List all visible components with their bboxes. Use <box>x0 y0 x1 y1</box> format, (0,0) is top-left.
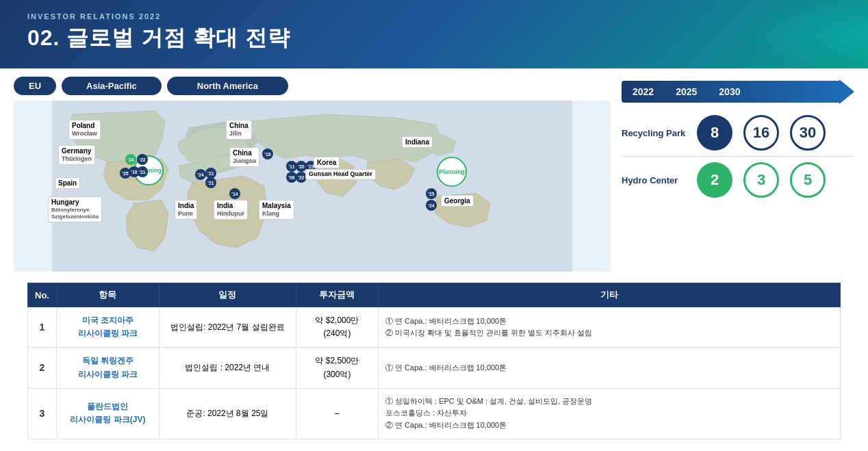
row1-schedule: 법인설립: 2022년 7월 설립완료 <box>159 307 296 348</box>
map-section: EU Asia-Pacific North America <box>14 77 611 272</box>
table-row: 3 폴란드법인 리사이클링 파크(JV) 준공: 2022년 8월 25일 – … <box>28 388 841 439</box>
row1-no: 1 <box>28 307 57 348</box>
hydro-center-circles: 2 3 5 <box>697 162 826 198</box>
hydro-center-v2: 3 <box>743 162 779 198</box>
hydro-center-row: Hydro Center 2 3 5 <box>622 162 854 203</box>
year-2030: 2030 <box>719 86 740 97</box>
recycling-park-label: Recycling Park <box>622 128 697 138</box>
row1-item: 미국 조지아주 리사이클링 파크 <box>56 307 159 348</box>
region-tabs: EU Asia-Pacific North America <box>14 77 611 95</box>
row1-investment: 약 $2,000만 (240억) <box>296 307 378 348</box>
pin-18-asia: '18 <box>262 149 273 159</box>
table-wrapper: No. 항목 일정 투자금액 기타 1 미국 조지아주 리사이클링 파크 법인설… <box>0 283 868 439</box>
data-table: No. 항목 일정 투자금액 기타 1 미국 조지아주 리사이클링 파크 법인설… <box>27 283 841 439</box>
indiana-label: Indiana <box>402 136 433 148</box>
tab-north-america[interactable]: North America <box>167 77 288 95</box>
col-no: No. <box>28 283 57 307</box>
china-jilin-label: China Jilin <box>226 120 252 140</box>
recycling-park-v3: 30 <box>790 115 826 151</box>
malaysia-label: Malaysia Klang <box>259 200 294 220</box>
pin-24-na: '24 <box>426 200 437 211</box>
col-notes: 기타 <box>378 283 840 307</box>
gunsan-label: Gunsan Head Quarter <box>305 169 376 180</box>
year-arrow: 2022 2025 2030 <box>622 79 854 104</box>
poland-label: Poland Wrocław <box>68 120 101 140</box>
pin-24-asia: '24 <box>195 169 206 180</box>
georgia-label: Georgia <box>441 195 474 207</box>
row1-notes: ① 연 Capa.: 배터리스크랩 10,000톤 ② 미국시장 확대 및 효율… <box>378 307 840 348</box>
hydro-center-v3: 5 <box>790 162 826 198</box>
row3-investment: – <box>296 388 378 439</box>
pin-21-india2: '21 <box>205 168 216 179</box>
india-hindupur-label: India Hindupur <box>214 200 248 220</box>
world-map: Planning Poland Wrocław Germany Thüringe… <box>14 101 611 272</box>
spain-label: Spain <box>55 177 80 189</box>
na-planning-badge: Planning <box>437 157 467 187</box>
tab-eu[interactable]: EU <box>14 77 56 95</box>
pin-24-eu: '24 <box>125 154 136 165</box>
pin-21-india: '21 <box>205 177 216 188</box>
recycling-park-circles: 8 16 30 <box>697 115 826 151</box>
pin-25-na: '25 <box>426 188 437 199</box>
germany-label: Germany Thüringen <box>58 145 95 165</box>
table-row: 2 독일 튀링겐주 리사이클링 파크 법인설립 : 2022년 연내 약 $2,… <box>28 348 841 388</box>
map-overlay: Planning Poland Wrocław Germany Thüringe… <box>14 101 611 272</box>
header-sub-title: INVESTOR RELATIONS 2022 <box>27 12 841 21</box>
year-arrow-tip <box>839 79 854 104</box>
pin-21-eu: '21 <box>137 166 148 177</box>
hydro-center-label: Hydro Center <box>622 175 697 185</box>
row3-schedule: 준공: 2022년 8월 25일 <box>159 388 296 439</box>
col-investment: 투자금액 <box>296 283 378 307</box>
row3-no: 3 <box>28 388 57 439</box>
table-row: 1 미국 조지아주 리사이클링 파크 법인설립: 2022년 7월 설립완료 약… <box>28 307 841 348</box>
header: INVESTOR RELATIONS 2022 02. 글로벌 거점 확대 전략 <box>0 0 868 68</box>
col-schedule: 일정 <box>159 283 296 307</box>
year-2022: 2022 <box>633 86 654 97</box>
row2-item: 독일 튀링겐주 리사이클링 파크 <box>56 348 159 388</box>
recycling-park-row: Recycling Park 8 16 30 <box>622 115 854 157</box>
hydro-center-v1: 2 <box>697 162 732 198</box>
row3-item: 폴란드법인 리사이클링 파크(JV) <box>56 388 159 439</box>
row2-no: 2 <box>28 348 57 388</box>
year-arrow-bg: 2022 2025 2030 <box>622 81 839 103</box>
table-header-row: No. 항목 일정 투자금액 기타 <box>28 283 841 307</box>
col-item: 항목 <box>56 283 159 307</box>
main-content: EU Asia-Pacific North America <box>0 68 868 277</box>
india-pune-label: India Pune <box>175 200 197 220</box>
right-panel: 2022 2025 2030 Recycling Park 8 16 30 Hy… <box>622 77 854 272</box>
recycling-park-v1: 8 <box>697 115 732 151</box>
recycling-park-v2: 16 <box>743 115 779 151</box>
china-jiangsu-label: China Jiangsu <box>229 147 259 167</box>
pin-22-eu: '22 <box>137 154 148 165</box>
row2-notes: ① 연 Capa.: 배터리스크랩 10,000톤 <box>378 348 840 388</box>
row3-notes: ① 성일하이텍 : EPC 및 O&M : 설계, 건설, 설비도입, 공장운영… <box>378 388 840 439</box>
tab-asia-pacific[interactable]: Asia-Pacific <box>62 77 162 95</box>
row2-schedule: 법인설립 : 2022년 연내 <box>159 348 296 388</box>
header-title: 02. 글로벌 거점 확대 전략 <box>27 23 841 53</box>
row2-investment: 약 $2,500만 (300억) <box>296 348 378 388</box>
korea-label: Korea <box>314 157 340 168</box>
year-2025: 2025 <box>676 86 697 97</box>
hungary-label: Hungary Bátonyterenye Szigetszentmiklós <box>48 196 102 222</box>
pin-14: '14 <box>229 188 240 199</box>
